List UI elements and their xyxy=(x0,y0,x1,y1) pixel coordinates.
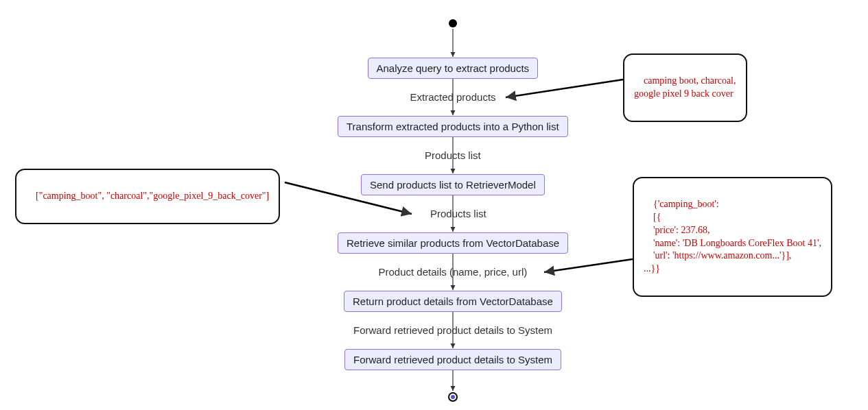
diagram-canvas: Analyze query to extract products Transf… xyxy=(0,0,868,410)
edge-text: Products list xyxy=(425,149,481,161)
note-text: camping boot, charcoal, google pixel 9 b… xyxy=(634,75,736,99)
node-label: Forward retrieved product details to Sys… xyxy=(353,354,552,365)
edge-text: Product details (name, price, url) xyxy=(379,266,528,278)
edge-text: Forward retrieved product details to Sys… xyxy=(353,324,552,336)
svg-line-7 xyxy=(506,80,623,97)
node-label: Transform extracted products into a Pyth… xyxy=(347,121,559,132)
node-label: Analyze query to extract products xyxy=(377,62,530,74)
svg-line-9 xyxy=(544,259,633,272)
step-analyze-query: Analyze query to extract products xyxy=(368,58,539,79)
note-text: ["camping_boot", "charcoal","google_pixe… xyxy=(36,191,269,201)
edge-extracted-products: Extracted products xyxy=(410,91,496,103)
edge-products-list-2: Products list xyxy=(430,208,486,219)
end-node xyxy=(448,392,458,402)
edge-text: Extracted products xyxy=(410,91,496,103)
edge-products-list-1: Products list xyxy=(425,149,481,161)
step-send-retriever: Send products list to RetrieverModel xyxy=(361,174,545,195)
node-label: Return product details from VectorDataba… xyxy=(353,296,553,307)
note-details-example: {'camping_boot': [{ 'price': 237.68, 'na… xyxy=(633,177,832,297)
step-return-details: Return product details from VectorDataba… xyxy=(344,291,562,312)
edge-forward-system: Forward retrieved product details to Sys… xyxy=(353,324,552,336)
note-text: {'camping_boot': [{ 'price': 237.68, 'na… xyxy=(644,199,821,274)
node-label: Send products list to RetrieverModel xyxy=(370,179,536,191)
step-retrieve-vectordb: Retrieve similar products from VectorDat… xyxy=(338,232,568,254)
node-label: Retrieve similar products from VectorDat… xyxy=(347,237,559,249)
edge-product-details: Product details (name, price, url) xyxy=(379,266,528,278)
step-transform-list: Transform extracted products into a Pyth… xyxy=(338,116,568,137)
edge-text: Products list xyxy=(430,208,486,219)
step-forward-system: Forward retrieved product details to Sys… xyxy=(344,349,561,370)
note-extracted-example: camping boot, charcoal, google pixel 9 b… xyxy=(623,53,747,122)
start-node xyxy=(449,19,457,27)
note-list-example: ["camping_boot", "charcoal","google_pixe… xyxy=(15,169,280,224)
